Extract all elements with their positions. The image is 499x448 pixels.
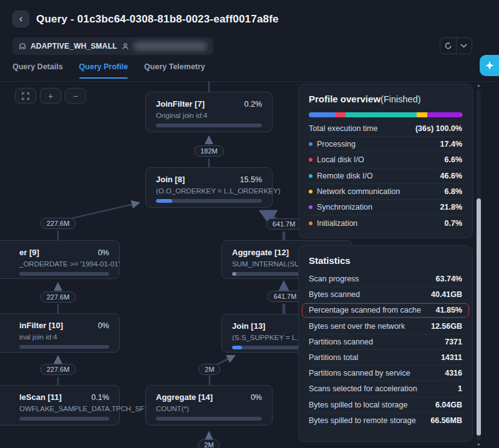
warehouse-icon [19, 42, 26, 50]
node-progress [19, 345, 109, 349]
row-value: 66.56MB [430, 416, 462, 425]
tab-query-details[interactable]: Query Details [12, 62, 63, 79]
active-tab-underline [79, 77, 128, 79]
tab-label: Query Telemetry [144, 62, 205, 71]
profile-row: Processing 17.4% [309, 137, 462, 152]
user-icon [122, 42, 129, 50]
row-value: 4316 [445, 369, 462, 377]
plan-node-filter-9[interactable]: er [9]0% _ORDERDATE >= '1994-01-01' [0, 240, 120, 279]
more-actions-button[interactable] [457, 38, 472, 54]
node-subtitle: _ORDERDATE >= '1994-01-01' [19, 260, 109, 268]
node-subtitle: (O.O_ORDERKEY = L.L_ORDERKEY) [156, 187, 262, 195]
legend-dot [309, 190, 312, 193]
node-percent: 0.1% [92, 393, 110, 402]
row-label: Scan progress [309, 275, 359, 283]
plan-node-aggregate-14[interactable]: Aggregate [14]0% COUNT(*) [145, 385, 273, 426]
tab-query-profile[interactable]: Query Profile [79, 62, 128, 79]
node-progress [156, 199, 262, 203]
row-label: Partitions total [309, 353, 358, 362]
row-value: 21.8% [440, 203, 462, 212]
row-label: Bytes spilled to remote storage [309, 416, 416, 425]
edge-label: 641.7M [268, 291, 303, 302]
node-progress-fill [156, 199, 172, 203]
zoom-out-button[interactable]: − [65, 88, 86, 104]
node-subtitle: inal join id:4 [19, 333, 109, 341]
warehouse-chip[interactable]: ADAPTIVE_WH_SMALL [12, 37, 213, 55]
plan-node-joinfilter-7[interactable]: JoinFilter [7]0.2% Original join id:4 [145, 92, 273, 132]
node-title: Join [13] [232, 321, 265, 331]
stat-row: Scan progress63.74% [309, 271, 462, 287]
node-progress-fill [232, 272, 236, 276]
plan-node-joinfilter-10[interactable]: inFilter [10]0% inal join id:4 [0, 313, 120, 353]
row-label: Local disk I/O [309, 155, 364, 164]
node-title: inFilter [10] [19, 321, 63, 330]
tab-query-telemetry[interactable]: Query Telemetry [144, 62, 205, 79]
node-percent: 0.2% [245, 100, 263, 109]
node-progress [156, 124, 262, 127]
edge-label: 227.6M [41, 218, 76, 229]
bar-segment-local-disk [336, 112, 346, 117]
row-value: 1 [458, 384, 462, 393]
header-divider [0, 81, 499, 82]
row-label: Partitions scanned [309, 338, 373, 346]
edge-label: 2M [198, 364, 220, 375]
row-value: 6.04GB [435, 401, 462, 409]
fit-view-button[interactable] [15, 88, 36, 104]
row-value: 46.6% [440, 172, 462, 180]
row-value: 6.6% [445, 155, 463, 164]
tab-label: Query Profile [79, 62, 128, 71]
row-label: Scans selected for acceleration [309, 384, 417, 393]
zoom-in-button[interactable]: + [40, 88, 61, 104]
row-label: Bytes spilled to local storage [309, 401, 407, 409]
row-label: Bytes sent over the network [309, 322, 405, 331]
profile-overview-title: Profile overview(Finished) [309, 94, 462, 104]
node-progress-fill [232, 346, 242, 349]
stat-row: Scans selected for acceleration1 [309, 381, 462, 397]
bar-segment-network [417, 112, 427, 117]
bar-segment-remote-disk [346, 112, 417, 117]
edge-label: 227.6M [41, 364, 76, 375]
plus-icon: + [48, 91, 53, 101]
stat-row-highlighted: Percentage scanned from cache41.85% [309, 303, 462, 318]
node-progress [19, 272, 109, 276]
edge-label: 641.7M [266, 218, 302, 230]
bar-segment-initialization [461, 112, 462, 117]
tab-bar: Query Details Query Profile Query Teleme… [12, 62, 205, 79]
row-value: 63.74% [436, 275, 462, 283]
chevron-down-icon [460, 44, 467, 48]
back-button[interactable]: ‹ [12, 11, 29, 27]
edge-label: 227.6M [41, 291, 76, 303]
statistics-panel: Statistics Scan progress63.74% Bytes sca… [298, 245, 473, 442]
tab-label: Query Details [12, 62, 63, 71]
refresh-icon [444, 42, 452, 50]
profile-row: Synchronization 21.8% [309, 200, 462, 215]
node-title: Aggregate [14] [156, 392, 213, 402]
plan-node-join-8[interactable]: Join [8]15.5% (O.O_ORDERKEY = L.L_ORDERK… [145, 167, 273, 208]
node-percent: 0% [251, 393, 262, 402]
row-label: Processing [309, 140, 356, 149]
row-label: Network communication [309, 187, 400, 196]
profile-overview-panel: Profile overview(Finished) Total executi… [298, 84, 473, 238]
node-percent: 0% [98, 248, 109, 257]
stat-row: Partitions scanned7371 [309, 334, 462, 350]
page-title: Query - 01c3bc64-0308-81b8-0023-eaff0017… [36, 13, 279, 26]
total-execution-row: Total execution time (36s) 100.0% [309, 121, 462, 137]
row-value: 0.7% [445, 219, 463, 228]
scrollbar-thumb[interactable] [477, 198, 481, 436]
plan-node-tablescan-11[interactable]: leScan [11]0.1% OWFLAKE_SAMPLE_DATA.TPCH… [0, 385, 120, 426]
assistant-button[interactable] [480, 55, 499, 76]
scroll-down-icon[interactable]: ▼ [475, 442, 482, 447]
edge-label: 2M [198, 439, 220, 448]
node-subtitle: Original join id:4 [156, 112, 262, 119]
node-percent: 0% [98, 321, 109, 330]
refresh-button[interactable] [440, 38, 456, 54]
node-title: JoinFilter [7] [156, 99, 205, 109]
panel-scrollbar[interactable]: ▲ ▼ [475, 83, 482, 447]
legend-dot [309, 174, 312, 178]
header-actions [440, 37, 472, 54]
row-label: Synchronization [309, 203, 372, 212]
query-profile-page: ‹ Query - 01c3bc64-0308-81b8-0023-eaff00… [0, 0, 499, 448]
profile-row: Initialization 0.7% [309, 215, 462, 231]
legend-dot [309, 222, 312, 225]
scroll-up-icon[interactable]: ▲ [475, 83, 482, 87]
